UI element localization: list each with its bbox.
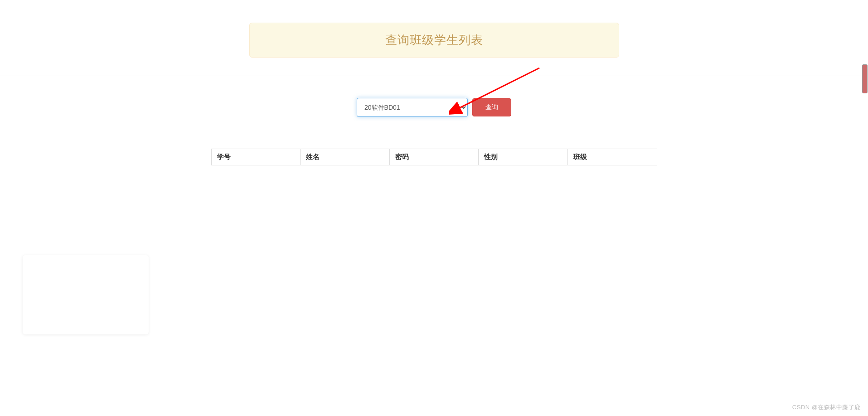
title-banner: 查询班级学生列表 xyxy=(249,23,619,58)
watermark-text: CSDN @在森林中麋了鹿 xyxy=(792,403,861,411)
scrollbar-thumb[interactable] xyxy=(862,64,868,93)
column-header-password: 密码 xyxy=(389,149,479,165)
class-select[interactable]: 20软件BD01 xyxy=(357,98,468,117)
header-section: 查询班级学生列表 xyxy=(0,0,868,76)
column-header-id: 学号 xyxy=(211,149,301,165)
table-container: 学号 姓名 密码 性别 班级 xyxy=(211,149,657,165)
table-header-row: 学号 姓名 密码 性别 班级 xyxy=(211,149,657,165)
column-header-gender: 性别 xyxy=(479,149,568,165)
floating-card xyxy=(23,255,149,334)
query-form-container: 20软件BD01 查询 xyxy=(0,98,868,117)
query-button[interactable]: 查询 xyxy=(472,98,511,116)
page-title: 查询班级学生列表 xyxy=(257,32,612,48)
column-header-name: 姓名 xyxy=(301,149,390,165)
column-header-class: 班级 xyxy=(567,149,657,165)
student-table: 学号 姓名 密码 性别 班级 xyxy=(211,149,657,165)
query-form: 20软件BD01 查询 xyxy=(357,98,511,117)
